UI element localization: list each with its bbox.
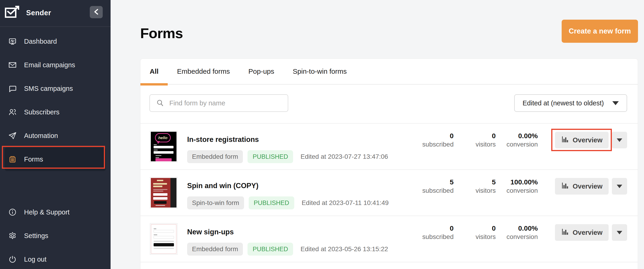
bar-chart-icon [561, 135, 569, 145]
search-input[interactable] [150, 94, 288, 112]
row-actions-dropdown-button[interactable] [612, 224, 627, 241]
overview-button-label: Overview [573, 183, 602, 190]
form-row-info: New sign-ups Embedded form PUBLISHED Edi… [187, 228, 412, 256]
row-actions-dropdown-button[interactable] [612, 178, 627, 195]
sidebar-item-automation[interactable]: Automation [5, 124, 106, 147]
dashboard-monitor-icon [8, 37, 17, 45]
form-thumbnail[interactable] [150, 177, 178, 209]
overview-button-label: Overview [573, 136, 602, 144]
stat-visitors: 0 visitors [454, 132, 496, 148]
stat-visitors: 0 visitors [454, 224, 496, 241]
sidebar-item-label: Email campaigns [24, 61, 75, 69]
sidebar-item-logout[interactable]: Log out [5, 248, 106, 269]
form-row-in-store-registrations: hello In-store registrations Embedded fo… [140, 123, 638, 169]
form-row-spin-and-win: Spin and win (COPY) Spin-to-win form PUB… [140, 169, 638, 216]
overview-button-wrap: Overview [555, 178, 608, 195]
edited-timestamp: Edited at 2023-07-27 13:47:06 [300, 153, 388, 160]
overview-button-label: Overview [573, 229, 602, 237]
sidebar-item-label: Dashboard [24, 38, 57, 45]
power-icon [8, 255, 17, 264]
notepad-icon [8, 155, 17, 163]
edited-timestamp: Edited at 2023-07-11 10:41:49 [302, 199, 388, 207]
sidebar-item-dashboard[interactable]: Dashboard [5, 29, 106, 53]
form-type-badge: Embedded form [187, 243, 243, 256]
sidebar-item-help-support[interactable]: Help & Support [5, 200, 106, 224]
forms-tabs: All Embedded forms Pop-ups Spin-to-win f… [140, 59, 638, 85]
forms-list-card: All Embedded forms Pop-ups Spin-to-win f… [140, 58, 638, 269]
stat-visitors: 5 visitors [454, 178, 496, 195]
chevron-down-icon [612, 101, 619, 105]
form-name[interactable]: New sign-ups [187, 228, 412, 236]
envelope-icon [8, 61, 17, 69]
form-thumbnail[interactable]: hello [150, 131, 178, 162]
tab-pop-ups[interactable]: Pop-ups [239, 59, 284, 84]
sidebar-item-settings[interactable]: Settings [5, 224, 106, 248]
sidebar-item-subscribers[interactable]: Subscribers [5, 100, 106, 124]
sidebar-item-email-campaigns[interactable]: Email campaigns [5, 53, 106, 77]
bar-chart-icon [561, 228, 569, 237]
sidebar-header: Sender [0, 0, 110, 27]
form-type-badge: Spin-to-win form [187, 196, 244, 209]
form-row-info: In-store registrations Embedded form PUB… [187, 135, 412, 163]
gear-icon [8, 232, 17, 240]
sidebar-footer: Help & Support Settings Log out [0, 200, 110, 269]
chevron-left-icon [94, 8, 99, 16]
form-thumbnail-art: hello [151, 132, 176, 161]
overview-button-wrap: Overview [555, 224, 608, 241]
sidebar-item-sms-campaigns[interactable]: SMS campaigns [5, 77, 106, 100]
sidebar-nav: Dashboard Email campaigns SMS campaigns [0, 29, 110, 171]
form-name[interactable]: In-store registrations [187, 135, 412, 144]
form-thumbnail-art [151, 224, 176, 254]
overview-button[interactable]: Overview [555, 178, 608, 195]
sidebar-item-forms[interactable]: Forms [5, 147, 106, 171]
sidebar-item-label: Log out [24, 256, 46, 263]
sidebar-item-label: Help & Support [24, 209, 70, 216]
page-title: Forms [140, 25, 183, 41]
tab-all[interactable]: All [140, 59, 168, 84]
form-thumbnail-art [151, 178, 176, 208]
create-new-form-button[interactable]: Create a new form [562, 20, 638, 43]
form-thumbnail[interactable] [150, 223, 178, 255]
sidebar: Sender Dashboard [0, 0, 110, 269]
search-box [150, 94, 288, 112]
form-row-new-sign-ups: New sign-ups Embedded form PUBLISHED Edi… [140, 216, 638, 262]
overview-button[interactable]: Overview [555, 132, 608, 148]
row-actions-dropdown-button[interactable] [612, 132, 627, 148]
users-icon [8, 108, 17, 116]
list-toolbar: Edited at (newest to oldest) [140, 85, 638, 123]
sidebar-item-label: SMS campaigns [24, 85, 73, 92]
chevron-down-icon [617, 138, 622, 142]
sort-dropdown[interactable]: Edited at (newest to oldest) [514, 94, 627, 112]
chevron-down-icon [617, 231, 622, 234]
brand-name: Sender [26, 0, 51, 26]
overview-button[interactable]: Overview [555, 224, 608, 241]
sidebar-item-label: Forms [24, 156, 43, 163]
stat-subscribed: 0 subscribed [412, 224, 454, 241]
sidebar-item-label: Settings [24, 232, 48, 240]
sort-dropdown-value: Edited at (newest to oldest) [522, 99, 604, 107]
stat-conversion: 100.00% conversion [496, 178, 538, 195]
status-badge: PUBLISHED [248, 150, 293, 163]
overview-button-wrap: Overview [555, 132, 608, 148]
info-circle-icon [8, 208, 17, 216]
edited-timestamp: Edited at 2023-05-26 13:15:22 [300, 246, 388, 253]
stat-conversion: 0.00% conversion [496, 224, 538, 241]
form-name[interactable]: Spin and win (COPY) [187, 182, 412, 190]
tab-embedded-forms[interactable]: Embedded forms [168, 59, 239, 84]
form-row-stats: 0 subscribed 0 visitors 0.00% conversion [412, 224, 538, 241]
tab-spin-to-win-forms[interactable]: Spin-to-win forms [284, 59, 356, 84]
stat-conversion: 0.00% conversion [496, 132, 538, 148]
sidebar-collapse-button[interactable] [90, 6, 103, 18]
form-row-stats: 0 subscribed 0 visitors 0.00% conversion [412, 132, 538, 148]
chevron-down-icon [617, 185, 622, 188]
form-row-partial [140, 262, 638, 269]
stat-subscribed: 5 subscribed [412, 178, 454, 195]
main-content: Forms Create a new form All Embedded for… [110, 0, 644, 269]
status-badge: PUBLISHED [249, 196, 294, 209]
badge-line: Embedded form PUBLISHED Edited at 2023-0… [187, 150, 412, 163]
form-type-badge: Embedded form [187, 150, 243, 163]
status-badge: PUBLISHED [248, 243, 293, 256]
chat-bubble-icon [8, 84, 17, 93]
bar-chart-icon [561, 182, 569, 191]
sender-logo-icon [5, 5, 20, 21]
